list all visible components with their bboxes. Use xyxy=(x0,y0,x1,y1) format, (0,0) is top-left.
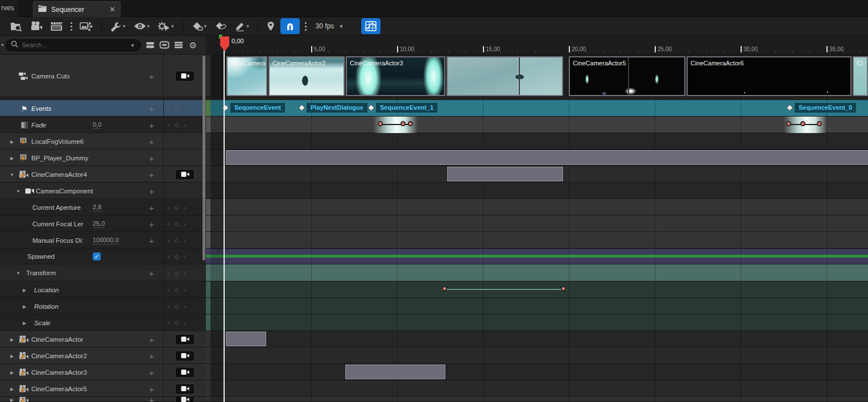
add-button[interactable]: + xyxy=(149,268,154,278)
event-label[interactable]: SequenceEvent xyxy=(230,103,285,113)
playhead-line[interactable] xyxy=(224,50,225,402)
next-key-icon[interactable]: › xyxy=(184,303,186,310)
add-button[interactable]: + xyxy=(149,202,154,212)
add-key-icon[interactable]: ◇ xyxy=(175,287,179,293)
search-filter-chevron-icon[interactable]: ▾ xyxy=(131,42,134,48)
keyframe-nav[interactable]: ‹◇› xyxy=(167,105,186,112)
event-keyframe[interactable] xyxy=(786,104,793,111)
value-field[interactable]: 2,8 xyxy=(93,204,101,212)
add-key-icon[interactable]: ◇ xyxy=(175,237,179,243)
event-label[interactable]: SequenceEvent_0 xyxy=(795,103,856,113)
add-button[interactable]: + xyxy=(149,136,154,146)
track-row-cinecameraactor[interactable]: ▶CineCameraActor+ xyxy=(0,331,206,347)
expander-right-icon[interactable]: ▶ xyxy=(10,337,14,342)
spawned-checkbox[interactable]: ✓ xyxy=(93,252,101,260)
camera-cut-section[interactable]: CineCameraActor3 xyxy=(346,56,445,96)
next-key-icon[interactable]: › xyxy=(184,237,186,244)
prev-key-icon[interactable]: ‹ xyxy=(167,221,170,227)
next-key-icon[interactable]: › xyxy=(184,253,186,260)
add-key-icon[interactable]: ◇ xyxy=(175,303,179,309)
settings-wrench-icon[interactable]: ▾ xyxy=(108,18,129,34)
section-cinecameraactor4[interactable] xyxy=(447,167,563,181)
camera-cut-section[interactable]: CineCameraActor5 xyxy=(569,56,685,96)
add-button[interactable]: + xyxy=(149,103,154,113)
next-key-icon[interactable]: › xyxy=(184,270,186,276)
track-row-camera-cuts[interactable]: Camera Cuts+ xyxy=(0,55,206,97)
prev-key-icon[interactable]: ‹ xyxy=(167,270,170,276)
track-row-fade[interactable]: Fade0,0+‹◇› xyxy=(0,117,206,133)
tab-curves-partial[interactable]: rves xyxy=(0,0,18,17)
add-button[interactable]: + xyxy=(149,120,154,130)
keyframe-nav[interactable]: ‹◇› xyxy=(167,237,186,244)
keyframe-nav[interactable]: ‹◇› xyxy=(167,253,186,260)
expander-right-icon[interactable]: ▶ xyxy=(10,397,14,402)
keyframe-nav[interactable]: ‹◇› xyxy=(167,122,186,129)
track-row-transform[interactable]: ▼Transform+‹◇› xyxy=(0,264,206,281)
next-key-icon[interactable]: › xyxy=(184,122,186,129)
camera-toggle-button[interactable] xyxy=(175,334,195,345)
next-key-icon[interactable]: › xyxy=(184,221,186,227)
render-movie-icon[interactable] xyxy=(48,18,66,34)
add-key-icon[interactable]: ◇ xyxy=(175,105,179,111)
track-row-cinecameraactor2[interactable]: ▶CineCameraActor2+ xyxy=(0,347,206,364)
next-key-icon[interactable]: › xyxy=(184,204,186,211)
tab-sequencer[interactable]: Sequencer ✕ xyxy=(33,1,121,17)
expander-right-icon[interactable]: ▶ xyxy=(23,287,26,292)
add-button[interactable]: + xyxy=(149,384,154,393)
add-button[interactable]: + xyxy=(149,186,154,196)
next-key-icon[interactable]: › xyxy=(184,320,186,326)
add-key-icon[interactable]: ◇ xyxy=(175,122,179,128)
fade-keyframe[interactable] xyxy=(817,121,822,126)
value-field[interactable]: 100000,0 xyxy=(93,237,119,244)
track-row-rotation[interactable]: ▶Rotation‹◇› xyxy=(0,298,206,314)
expander-right-icon[interactable]: ▶ xyxy=(23,320,26,325)
track-row-cinecameraactor4[interactable]: ▼CineCameraActor4+ xyxy=(0,166,206,183)
expand-all-chevron-icon[interactable]: ▾ xyxy=(1,42,4,48)
add-key-icon[interactable]: ◇ xyxy=(175,221,179,227)
camera-toggle-button[interactable] xyxy=(175,350,195,361)
add-button[interactable]: + xyxy=(149,71,154,81)
vertical-scrollbar[interactable] xyxy=(202,56,205,260)
add-button[interactable]: + xyxy=(149,219,154,229)
keyframe-nav[interactable]: ‹◇› xyxy=(167,320,186,326)
event-label[interactable]: PlayNextDialogue xyxy=(307,103,367,113)
expander-down-icon[interactable]: ▼ xyxy=(16,188,20,193)
add-button[interactable]: + xyxy=(149,334,154,344)
prev-key-icon[interactable]: ‹ xyxy=(167,237,170,244)
expander-down-icon[interactable]: ▼ xyxy=(10,172,14,177)
track-row-manual-focus-distance[interactable]: Manual Focus Di:100000,0+‹◇› xyxy=(0,232,206,248)
track-row-localfogvolume6[interactable]: ▶LocalFogVolume6+ xyxy=(0,133,206,150)
track-row-cinecameraactor3[interactable]: ▶CineCameraActor3+ xyxy=(0,364,206,380)
keyframe-nav[interactable]: ‹◇› xyxy=(167,204,186,211)
keying-options-icon[interactable]: ▾ xyxy=(189,18,210,34)
kebab-menu-icon[interactable] xyxy=(71,22,72,31)
next-key-icon[interactable]: › xyxy=(184,287,186,293)
expander-right-icon[interactable]: ▶ xyxy=(10,370,14,375)
expander-right-icon[interactable]: ▶ xyxy=(10,353,14,358)
track-row-cinecameraactor5[interactable]: ▶CineCameraActor5+ xyxy=(0,380,206,397)
track-row-current-aperture[interactable]: Current Aperture2,8+‹◇› xyxy=(0,199,206,215)
keyframe-nav[interactable]: ‹◇› xyxy=(167,270,186,276)
track-row-bp-player-dummy[interactable]: ▶BP_Player_Dummy+ xyxy=(0,150,206,166)
add-key-icon[interactable]: ◇ xyxy=(175,254,179,260)
add-button[interactable]: + xyxy=(149,235,154,245)
event-keyframe[interactable] xyxy=(367,104,375,111)
section-bp-player-dummy[interactable] xyxy=(226,150,868,165)
expander-down-icon[interactable]: ▼ xyxy=(16,271,20,276)
location-keyframe[interactable] xyxy=(561,286,566,291)
normal-view-icon[interactable] xyxy=(159,41,170,49)
track-row-events[interactable]: ⚑Events+‹◇› xyxy=(0,100,206,117)
camera-toggle-button[interactable] xyxy=(175,397,195,402)
event-label[interactable]: SequenceEvent_1 xyxy=(376,103,437,113)
track-row-scale[interactable]: ▶Scale‹◇› xyxy=(0,314,206,331)
track-row-current-focal-length[interactable]: Current Focal Ler25,0+‹◇› xyxy=(0,215,206,232)
prev-key-icon[interactable]: ‹ xyxy=(167,105,170,112)
compact-view-icon[interactable] xyxy=(145,41,155,49)
view-options-eye-icon[interactable]: ▾ xyxy=(131,18,153,34)
location-keyframe[interactable] xyxy=(442,286,447,291)
keyframe-nav[interactable]: ‹◇› xyxy=(167,287,186,293)
camera-toggle-button[interactable] xyxy=(175,169,195,180)
expander-right-icon[interactable]: ▶ xyxy=(23,304,26,309)
fade-keyframe[interactable] xyxy=(800,121,805,126)
add-key-icon[interactable]: ◇ xyxy=(175,320,179,326)
